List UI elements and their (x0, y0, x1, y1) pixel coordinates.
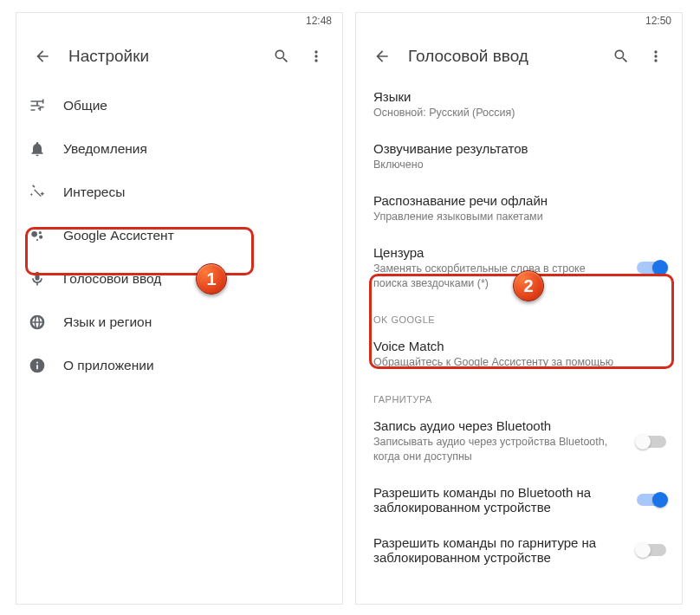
settings-scroll[interactable]: Языки Основной: Русский (Россия) Озвучив… (356, 79, 682, 575)
setting-spoken-results[interactable]: Озвучивание результатов Включено (356, 131, 682, 183)
setting-title: Распознавание речи офлайн (373, 193, 664, 208)
status-bar: 12:50 (356, 13, 682, 34)
row-label: Голосовой ввод (63, 271, 161, 287)
mic-icon (29, 270, 63, 288)
setting-voice-match[interactable]: Voice Match Обращайтесь к Google Ассисте… (356, 328, 682, 380)
toggle-bluetooth-locked[interactable] (637, 494, 666, 506)
status-bar: 12:48 (16, 13, 342, 34)
back-button[interactable] (25, 39, 60, 74)
setting-title: Цензура (373, 245, 664, 260)
row-assistant[interactable]: Google Ассистент (16, 214, 342, 257)
sliders-icon (29, 97, 63, 114)
setting-subtitle: Записывать аудио через устройства Blueto… (373, 435, 664, 464)
row-notifications[interactable]: Уведомления (16, 127, 342, 171)
search-icon (612, 48, 630, 65)
setting-title: Разрешить команды по гарнитуре на заблок… (373, 535, 664, 565)
setting-subtitle: Управление языковыми пакетами (373, 210, 664, 224)
toggle-bluetooth-audio[interactable] (637, 436, 666, 448)
row-interests[interactable]: Интересы (16, 171, 342, 214)
svg-point-0 (31, 231, 37, 237)
section-ok-google: OK GOOGLE (356, 301, 682, 328)
annotation-badge-1: 1 (196, 263, 227, 295)
overflow-button[interactable] (299, 39, 334, 74)
setting-offline-speech[interactable]: Распознавание речи офлайн Управление язы… (356, 183, 682, 235)
clock: 12:48 (306, 15, 332, 27)
setting-title: Voice Match (373, 339, 664, 353)
row-label: Уведомления (63, 141, 147, 157)
arrow-left-icon (34, 48, 51, 65)
arrow-left-icon (373, 48, 391, 65)
globe-icon (29, 314, 63, 331)
toggle-headset-locked[interactable] (637, 544, 666, 556)
app-bar: Голосовой ввод (356, 34, 682, 79)
setting-languages[interactable]: Языки Основной: Русский (Россия) (356, 79, 682, 131)
setting-title: Разрешить команды по Bluetooth на заблок… (373, 485, 664, 515)
row-label: Интересы (63, 184, 125, 200)
settings-list: Общие Уведомления Интересы Google Ассист… (16, 79, 342, 387)
more-vert-icon (647, 48, 664, 65)
page-title: Голосовой ввод (399, 47, 604, 66)
setting-title: Языки (373, 89, 664, 104)
search-button[interactable] (604, 39, 638, 74)
svg-point-2 (39, 236, 42, 239)
setting-bluetooth-audio[interactable]: Запись аудио через Bluetooth Записывать … (356, 408, 682, 475)
setting-subtitle: Основной: Русский (Россия) (373, 106, 664, 120)
setting-subtitle: Включено (373, 158, 664, 172)
svg-point-1 (39, 231, 42, 234)
row-label: Общие (63, 98, 107, 113)
setting-title: Запись аудио через Bluetooth (373, 418, 664, 433)
wand-icon (29, 184, 63, 201)
search-icon (273, 48, 290, 65)
setting-headset-locked[interactable]: Разрешить команды по гарнитуре на заблок… (356, 525, 682, 575)
bell-icon (29, 140, 63, 158)
row-label: Google Ассистент (63, 228, 174, 243)
row-voice-input[interactable]: Голосовой ввод (16, 257, 342, 301)
phone-settings: 12:48 Настройки Общие Уведомления (16, 12, 343, 605)
row-label: О приложении (63, 358, 154, 373)
back-button[interactable] (365, 39, 399, 74)
section-headset: ГАРНИТУРА (356, 380, 682, 408)
row-about[interactable]: О приложении (16, 344, 342, 387)
page-title: Настройки (60, 47, 264, 66)
setting-bluetooth-locked[interactable]: Разрешить команды по Bluetooth на заблок… (356, 475, 682, 525)
setting-subtitle: Обращайтесь к Google Ассистенту за помощ… (373, 355, 664, 370)
row-language-region[interactable]: Язык и регион (16, 301, 342, 344)
info-icon (29, 357, 63, 374)
more-vert-icon (308, 48, 325, 65)
clock: 12:50 (645, 15, 671, 27)
assistant-icon (29, 227, 63, 244)
phone-voice-input: 12:50 Голосовой ввод Языки Основной: Рус… (355, 12, 683, 605)
app-bar: Настройки (16, 34, 342, 79)
overflow-button[interactable] (638, 39, 673, 74)
row-label: Язык и регион (63, 314, 152, 330)
search-button[interactable] (264, 39, 299, 74)
toggle-safesearch[interactable] (637, 262, 666, 274)
setting-title: Озвучивание результатов (373, 141, 664, 156)
row-general[interactable]: Общие (16, 84, 342, 127)
svg-point-3 (36, 239, 38, 241)
annotation-badge-2: 2 (513, 270, 544, 301)
